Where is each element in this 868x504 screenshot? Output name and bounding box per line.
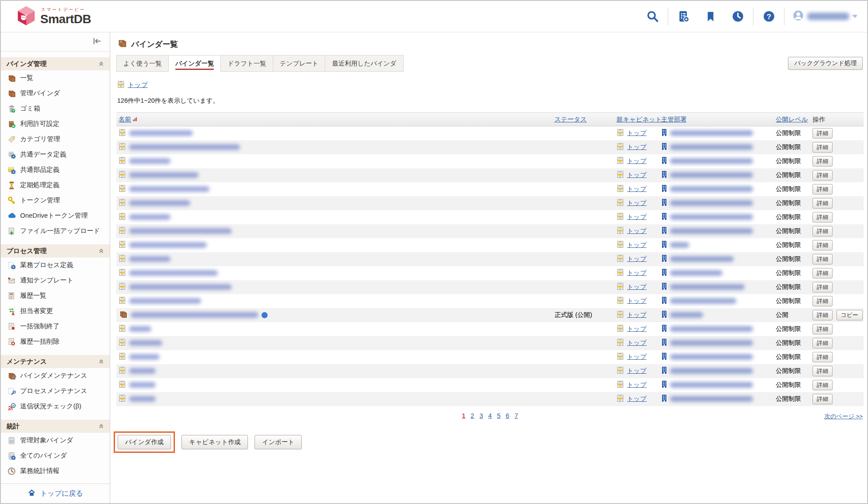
sidebar-item-file-up[interactable]: ファイル一括アップロード	[1, 223, 110, 239]
department-link-blurred[interactable]	[670, 270, 722, 276]
detail-button[interactable]: 詳細	[812, 226, 833, 236]
sidebar-item-binder[interactable]: 一覧	[1, 70, 110, 86]
binder-name-link-blurred[interactable]	[131, 312, 258, 318]
department-link-blurred[interactable]	[670, 158, 753, 164]
sidebar-section-header[interactable]: メンテナンス	[1, 355, 110, 368]
department-link-blurred[interactable]	[670, 242, 689, 248]
sidebar-item-calc-gear[interactable]: 全てのバインダ	[1, 448, 110, 463]
sidebar-item-binder-wrench[interactable]: バインダメンテナンス	[1, 368, 110, 383]
page-link[interactable]: 4	[488, 412, 492, 419]
next-page-link[interactable]: 次のページ >>	[824, 413, 863, 421]
binder-name-link-blurred[interactable]	[129, 326, 151, 332]
sidebar-item-grid-gear[interactable]: 共通データ定義	[1, 147, 110, 162]
sidebar-section-header[interactable]: プロセス管理	[1, 244, 110, 257]
department-link-blurred[interactable]	[670, 172, 753, 178]
binder-name-link-blurred[interactable]	[129, 172, 199, 178]
back-to-top-link[interactable]: トップに戻る	[40, 489, 83, 498]
collapse-sidebar-icon[interactable]	[92, 37, 102, 47]
page-link[interactable]: 3	[479, 412, 483, 419]
department-link-blurred[interactable]	[670, 368, 753, 374]
parent-cabinet-link[interactable]: トップ	[627, 381, 647, 389]
detail-button[interactable]: 詳細	[812, 184, 833, 195]
parent-cabinet-link[interactable]: トップ	[627, 129, 647, 137]
search-icon[interactable]	[639, 10, 666, 23]
sidebar-item-cloud[interactable]: OneDriveトークン管理	[1, 208, 110, 223]
binder-name-link-blurred[interactable]	[129, 270, 218, 276]
sidebar-item-doc-gear[interactable]: 業務プロセス定義	[1, 257, 110, 273]
process-settings-icon[interactable]	[670, 10, 697, 23]
binder-name-link-blurred[interactable]	[129, 144, 240, 150]
sidebar-item-binder[interactable]: 管理バインダ	[1, 86, 110, 101]
binder-name-link-blurred[interactable]	[129, 340, 162, 346]
parent-cabinet-link[interactable]: トップ	[627, 297, 647, 305]
breadcrumb-top-link[interactable]: トップ	[128, 81, 148, 89]
parent-cabinet-link[interactable]: トップ	[627, 367, 647, 375]
binder-name-link-blurred[interactable]	[129, 200, 190, 206]
department-link-blurred[interactable]	[670, 354, 753, 360]
tab-バインダー覧[interactable]: バインダー覧	[168, 55, 221, 72]
tab-よく使う一覧[interactable]: よく使う一覧	[116, 55, 169, 72]
detail-button[interactable]: 詳細	[812, 128, 833, 139]
help-icon[interactable]: ?	[755, 10, 782, 23]
binder-name-link-blurred[interactable]	[129, 228, 232, 234]
binder-name-link-blurred[interactable]	[129, 130, 193, 136]
detail-button[interactable]: 詳細	[812, 170, 833, 181]
tab-ドラフト一覧[interactable]: ドラフト一覧	[220, 55, 273, 72]
department-link-blurred[interactable]	[670, 186, 753, 192]
user-menu[interactable]	[792, 10, 858, 23]
detail-button[interactable]: 詳細	[812, 352, 833, 362]
detail-button[interactable]: 詳細	[812, 156, 833, 167]
binder-name-link-blurred[interactable]	[129, 242, 207, 248]
detail-button[interactable]: 詳細	[812, 212, 833, 222]
parent-cabinet-link[interactable]: トップ	[627, 311, 647, 319]
sidebar-item-swap-person[interactable]: 担当者変更	[1, 303, 110, 319]
department-link-blurred[interactable]	[670, 396, 753, 402]
page-link[interactable]: 2	[471, 412, 474, 419]
detail-button[interactable]: 詳細	[812, 268, 833, 278]
sidebar-item-doc-wrench[interactable]: プロセスメンテナンス	[1, 383, 110, 399]
tab-テンプレート[interactable]: テンプレート	[273, 55, 326, 72]
detail-button[interactable]: 詳細	[812, 380, 833, 390]
detail-button[interactable]: 詳細	[812, 254, 833, 264]
binder-name-link-blurred[interactable]	[129, 298, 201, 304]
binder-name-link-blurred[interactable]	[129, 382, 156, 388]
sidebar-item-hourglass[interactable]: 定期処理定義	[1, 177, 110, 193]
page-link[interactable]: 7	[515, 412, 518, 419]
binder-name-link-blurred[interactable]	[129, 284, 232, 290]
binder-name-link-blurred[interactable]	[129, 158, 171, 164]
copy-button[interactable]: コピー	[837, 310, 863, 320]
detail-button[interactable]: 詳細	[812, 296, 833, 306]
department-link-blurred[interactable]	[670, 228, 753, 234]
create-cabinet-button[interactable]: キャビネット作成	[181, 435, 248, 449]
detail-button[interactable]: 詳細	[812, 142, 833, 153]
department-link-blurred[interactable]	[670, 214, 753, 220]
sidebar-item-trash[interactable]: ゴミ箱	[1, 101, 110, 116]
sidebar-item-doc-stop[interactable]: 一括強制終了	[1, 319, 110, 334]
binder-name-link-blurred[interactable]	[129, 186, 209, 192]
binder-name-link-blurred[interactable]	[129, 256, 171, 262]
create-binder-button[interactable]: バインダ作成	[118, 435, 171, 449]
parent-cabinet-link[interactable]: トップ	[627, 339, 647, 347]
department-link-blurred[interactable]	[670, 130, 753, 136]
department-link-blurred[interactable]	[670, 382, 753, 388]
department-link-blurred[interactable]	[670, 256, 734, 262]
parent-cabinet-link[interactable]: トップ	[627, 325, 647, 333]
smartdb-logo[interactable]: スマートデービー SmartDB	[17, 5, 91, 28]
parent-cabinet-link[interactable]: トップ	[627, 157, 647, 165]
department-link-blurred[interactable]	[670, 144, 753, 150]
sidebar-section-header[interactable]: 統計	[1, 420, 110, 433]
sidebar-item-book-check[interactable]: 利用許可設定	[1, 116, 110, 132]
import-button[interactable]: インポート	[254, 435, 302, 449]
parent-cabinet-link[interactable]: トップ	[627, 353, 647, 361]
detail-button[interactable]: 詳細	[812, 310, 833, 320]
tab-最近利用したバインダ[interactable]: 最近利用したバインダ	[325, 55, 403, 72]
sidebar-item-mail-dot[interactable]: 通知テンプレート	[1, 273, 110, 288]
parent-cabinet-link[interactable]: トップ	[627, 185, 647, 193]
background-process-button[interactable]: バックグラウンド処理	[788, 57, 863, 70]
sidebar-item-key[interactable]: トークン管理	[1, 193, 110, 208]
parent-cabinet-link[interactable]: トップ	[627, 171, 647, 179]
parent-cabinet-link[interactable]: トップ	[627, 213, 647, 221]
parent-cabinet-link[interactable]: トップ	[627, 269, 647, 277]
department-link-blurred[interactable]	[670, 284, 745, 290]
detail-button[interactable]: 詳細	[812, 324, 833, 334]
